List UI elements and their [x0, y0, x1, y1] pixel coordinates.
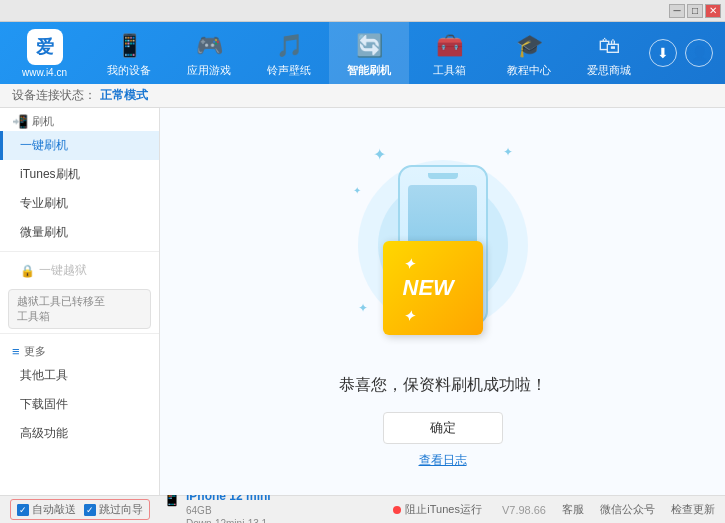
- smart-flash-icon: 🔄: [356, 33, 383, 59]
- apps-icon: 🎮: [196, 33, 223, 59]
- sidebar-item-pro-flash[interactable]: 专业刷机: [0, 189, 159, 218]
- status-value: 正常模式: [100, 87, 148, 104]
- logo-icon: 爱: [27, 29, 63, 65]
- sparkle-1: ✦: [373, 145, 386, 164]
- itunes-dot: [393, 506, 401, 514]
- user-button[interactable]: 👤: [685, 39, 713, 67]
- auto-start-checkbox-box: ✓: [17, 504, 29, 516]
- header-right: ⬇ 👤: [649, 39, 725, 67]
- nav-label-toolbox: 工具箱: [433, 63, 466, 78]
- phone-notch: [428, 173, 458, 179]
- minimize-button[interactable]: ─: [669, 4, 685, 18]
- sidebar-section-flash: 📲 刷机: [0, 108, 159, 131]
- success-text: 恭喜您，保资料刷机成功啦！: [339, 375, 547, 396]
- sidebar-section-more: ≡ 更多: [0, 338, 159, 361]
- header: 爱 www.i4.cn 📱 我的设备 🎮 应用游戏 🎵 铃声壁纸 🔄 智能刷机 …: [0, 22, 725, 84]
- check-update-link[interactable]: 检查更新: [671, 502, 715, 517]
- auto-start-label: 自动敲送: [32, 502, 76, 517]
- new-badge: NEW: [383, 241, 483, 335]
- version-info: V7.98.66: [502, 504, 546, 516]
- status-label: 设备连接状态：: [12, 87, 96, 104]
- sidebar-item-one-click-flash[interactable]: 一键刷机: [0, 131, 159, 160]
- close-button[interactable]: ✕: [705, 4, 721, 18]
- bottom-bar: ✓ 自动敲送 ✓ 跳过向导 📱 iPhone 12 mini 64GB Down…: [0, 495, 725, 523]
- confirm-button[interactable]: 确定: [383, 412, 503, 444]
- divider-2: [0, 333, 159, 334]
- nav-item-smart-flash[interactable]: 🔄 智能刷机: [329, 22, 409, 84]
- device-storage: 64GB: [186, 504, 271, 517]
- tutorial-icon: 🎓: [516, 33, 543, 59]
- nav-item-tutorial[interactable]: 🎓 教程中心: [489, 22, 569, 84]
- flash-section-title: 刷机: [32, 114, 54, 129]
- sidebar-item-download-firmware[interactable]: 下载固件: [0, 390, 159, 419]
- logo-text: www.i4.cn: [22, 67, 67, 78]
- more-section-icon: ≡: [12, 344, 20, 359]
- sidebar: 📲 刷机 一键刷机 iTunes刷机 专业刷机 微量刷机 🔒 一键越狱 越狱工具…: [0, 108, 160, 495]
- nav-label-wallpaper: 铃声壁纸: [267, 63, 311, 78]
- content-area: ✦ ✦ ✦ ✦ NEW 恭喜您，保资料刷机成功啦！ 确定 查看日志: [160, 108, 725, 495]
- skip-wizard-checkbox-box: ✓: [84, 504, 96, 516]
- nav-item-apps[interactable]: 🎮 应用游戏: [169, 22, 249, 84]
- nav-label-smart-flash: 智能刷机: [347, 63, 391, 78]
- sidebar-item-advanced[interactable]: 高级功能: [0, 419, 159, 448]
- nav-item-my-device[interactable]: 📱 我的设备: [89, 22, 169, 84]
- itunes-status: 阻止iTunes运行: [393, 502, 482, 517]
- device-firmware: Down-12mini-13,1: [186, 517, 271, 523]
- log-link[interactable]: 查看日志: [419, 452, 467, 469]
- customer-service-link[interactable]: 客服: [562, 502, 584, 517]
- sparkle-4: ✦: [358, 301, 368, 315]
- status-bar: 设备连接状态： 正常模式: [0, 84, 725, 108]
- sparkle-3: ✦: [353, 185, 361, 196]
- mall-icon: 🛍: [598, 33, 620, 59]
- download-button[interactable]: ⬇: [649, 39, 677, 67]
- nav-label-mall: 爱思商城: [587, 63, 631, 78]
- wechat-official-link[interactable]: 微信公众号: [600, 502, 655, 517]
- sidebar-item-itunes-flash[interactable]: iTunes刷机: [0, 160, 159, 189]
- skip-wizard-checkbox[interactable]: ✓ 跳过向导: [84, 502, 143, 517]
- wallpaper-icon: 🎵: [276, 33, 303, 59]
- skip-wizard-label: 跳过向导: [99, 502, 143, 517]
- nav-items: 📱 我的设备 🎮 应用游戏 🎵 铃声壁纸 🔄 智能刷机 🧰 工具箱 🎓 教程中心…: [89, 22, 649, 84]
- bottom-right: V7.98.66 客服 微信公众号 检查更新: [502, 502, 715, 517]
- nav-item-mall[interactable]: 🛍 爱思商城: [569, 22, 649, 84]
- device-icon: 📱: [116, 33, 143, 59]
- phone-illustration: ✦ ✦ ✦ ✦ NEW: [343, 135, 543, 355]
- lock-icon: 🔒: [20, 264, 35, 278]
- sidebar-item-save-flash[interactable]: 微量刷机: [0, 218, 159, 247]
- nav-label-tutorial: 教程中心: [507, 63, 551, 78]
- jailbreak-notice: 越狱工具已转移至工具箱: [8, 289, 151, 329]
- jailbreak-section-title: 一键越狱: [39, 262, 87, 279]
- nav-item-toolbox[interactable]: 🧰 工具箱: [409, 22, 489, 84]
- logo: 爱 www.i4.cn: [0, 29, 89, 78]
- flash-section-icon: 📲: [12, 114, 28, 129]
- nav-label-apps: 应用游戏: [187, 63, 231, 78]
- auto-start-checkbox[interactable]: ✓ 自动敲送: [17, 502, 76, 517]
- more-section-title: 更多: [24, 344, 46, 359]
- maximize-button[interactable]: □: [687, 4, 703, 18]
- itunes-status-text: 阻止iTunes运行: [405, 502, 482, 517]
- nav-item-wallpaper[interactable]: 🎵 铃声壁纸: [249, 22, 329, 84]
- nav-label-my-device: 我的设备: [107, 63, 151, 78]
- toolbox-icon: 🧰: [436, 33, 463, 59]
- sparkle-2: ✦: [503, 145, 513, 159]
- sidebar-section-jailbreak: 🔒 一键越狱: [0, 256, 159, 285]
- divider-1: [0, 251, 159, 252]
- bottom-checkboxes: ✓ 自动敲送 ✓ 跳过向导: [10, 499, 150, 520]
- title-bar: ─ □ ✕: [0, 0, 725, 22]
- main-area: 📲 刷机 一键刷机 iTunes刷机 专业刷机 微量刷机 🔒 一键越狱 越狱工具…: [0, 108, 725, 495]
- sidebar-item-other-tools[interactable]: 其他工具: [0, 361, 159, 390]
